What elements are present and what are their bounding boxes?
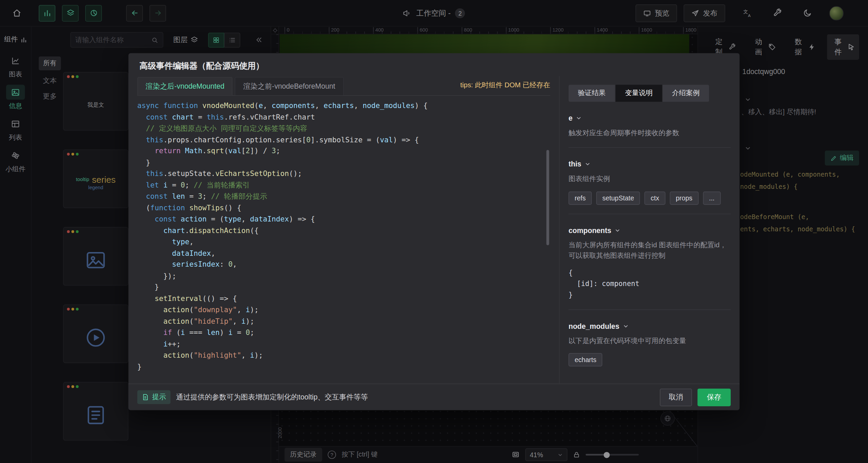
save-button[interactable]: 保存 [697,388,731,406]
var-name-row[interactable]: components [568,226,730,234]
tag-props[interactable]: props [670,191,698,204]
tip-text: 通过提供的参数可为图表增加定制化的tooltip、交互事件等等 [176,392,368,402]
var-section-node-modules: node_modules 以下是内置在代码环境中可用的包变量 echarts [568,322,730,367]
lifecycle-tabs: 渲染之后-vnodeMounted 渲染之前-vnodeBeforeMount … [137,76,550,96]
var-description: 触发对应生命周期事件时接收的参数 [568,128,730,139]
var-name: components [568,226,611,234]
var-description: 图表组件实例 [568,174,730,185]
editor-column: 渲染之后-vnodeMounted 渲染之前-vnodeBeforeMount … [137,76,550,384]
var-name: node_modules [568,322,619,330]
var-name: e [568,114,572,122]
tab-vnode-before-mount[interactable]: 渲染之前-vnodeBeforeMount [235,77,343,95]
tip-label: 提示 [152,392,166,402]
tab-vnode-mounted[interactable]: 渲染之后-vnodeMounted [137,77,233,95]
tag-refs[interactable]: refs [568,191,591,204]
chevron-down-icon [585,161,591,167]
var-description: 当前大屏内所有组件的集合id 图表组件中的配置id，可以获取其他图表组件进行控制 [568,240,730,262]
var-description: 以下是内置在代码环境中可用的包变量 [568,336,730,346]
app-root: 工作空间 - 2 预览 发布 文A [0,0,868,463]
modal-footer: 提示 通过提供的参数可为图表增加定制化的tooltip、交互事件等等 取消 保存 [128,384,740,410]
var-name-row[interactable]: node_modules [568,322,730,330]
code-editor-lines: async function vnodeMounted(e, component… [137,100,550,373]
docs-column: 验证结果 变量说明 介绍案例 e 触发对应生命周期事件时接收的参数 this [559,76,731,384]
cancel-button[interactable]: 取消 [660,388,692,406]
var-tags: echarts [568,353,730,366]
event-editor-modal: 高级事件编辑器（配合源码使用） 渲染之后-vnodeMounted 渲染之前-v… [128,53,740,410]
tab-examples[interactable]: 介绍案例 [662,85,709,102]
var-name-row[interactable]: e [568,114,730,122]
chevron-down-icon [623,323,629,329]
code-editor[interactable]: async function vnodeMounted(e, component… [137,100,550,374]
var-name-row[interactable]: this [568,160,730,168]
chevron-down-icon [615,227,621,233]
tab-variable-docs[interactable]: 变量说明 [616,85,663,102]
docs-tabs: 验证结果 变量说明 介绍案例 [568,85,709,102]
tag-ctx[interactable]: ctx [644,191,665,204]
var-section-this: this 图表组件实例 refs setupState ctx props ..… [568,160,730,214]
modal-title: 高级事件编辑器（配合源码使用） [128,53,740,76]
tag-more[interactable]: ... [703,191,721,204]
chevron-down-icon [576,115,582,121]
document-icon [142,394,149,401]
var-tags: refs setupState ctx props ... [568,191,730,204]
var-code-sample: { [id]: component } [568,267,730,300]
tag-echarts[interactable]: echarts [568,353,602,366]
var-section-components: components 当前大屏内所有组件的集合id 图表组件中的配置id，可以获… [568,226,730,310]
var-name: this [568,160,581,168]
tip-pill: 提示 [137,390,171,404]
modal-body: 渲染之后-vnodeMounted 渲染之前-vnodeBeforeMount … [128,76,740,384]
editor-scrollbar[interactable] [546,150,549,245]
tag-setupstate[interactable]: setupState [596,191,640,204]
tips-text: tips: 此时组件 DOM 已经存在 [460,81,550,95]
var-section-e: e 触发对应生命周期事件时接收的参数 [568,114,730,148]
tab-validation-result[interactable]: 验证结果 [568,85,616,102]
